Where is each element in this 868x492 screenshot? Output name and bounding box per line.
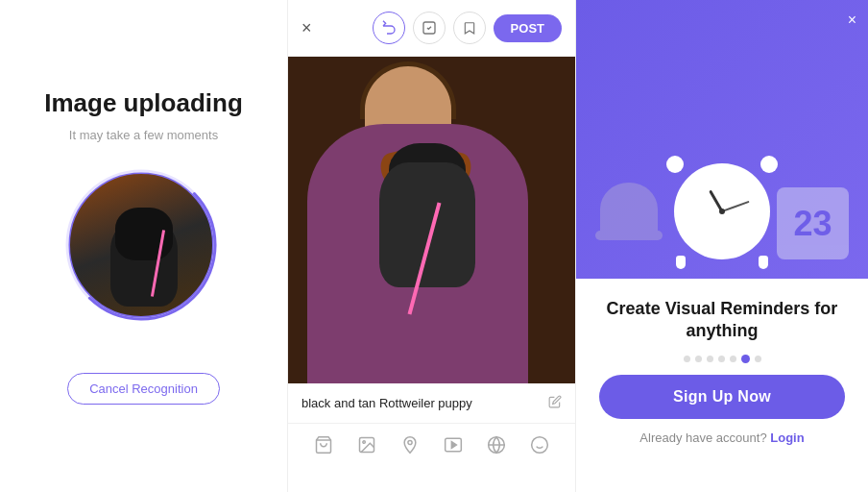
dot-3: [707, 356, 713, 362]
dot-5: [730, 356, 736, 362]
dot-1: [684, 356, 690, 362]
post-actions: [288, 424, 575, 471]
puppy-body: [379, 162, 475, 287]
login-prompt-text: Already have account?: [639, 430, 766, 445]
post-header: × POST: [288, 0, 575, 57]
cart-icon[interactable]: [314, 435, 333, 459]
signup-close-button[interactable]: ×: [848, 12, 856, 29]
image-icon[interactable]: [357, 435, 376, 459]
upload-title: Image uploading: [44, 88, 243, 118]
svg-point-11: [532, 437, 548, 454]
undo-button[interactable]: [373, 12, 405, 44]
signup-title: Create Visual Reminders for anything: [599, 298, 845, 343]
upload-subtitle: It may take a few moments: [69, 128, 218, 142]
clock-face: [684, 173, 760, 250]
globe-icon[interactable]: [487, 435, 506, 459]
dot-4: [718, 356, 725, 362]
dot-6-active: [741, 355, 750, 363]
bell-illustration: [595, 173, 663, 250]
clock-center-dot: [719, 209, 725, 214]
clock-bell-right: [760, 156, 778, 173]
svg-point-5: [363, 441, 366, 444]
upload-panel: Image uploading It may take a few moment…: [0, 0, 288, 492]
signup-button[interactable]: Sign Up Now: [599, 375, 845, 419]
caption-area: black and tan Rottweiler puppy: [288, 383, 575, 424]
face-icon[interactable]: [530, 435, 549, 459]
login-row: Already have account? Login: [639, 430, 804, 445]
bell-base: [595, 231, 663, 240]
edit-icon[interactable]: [548, 395, 562, 411]
svg-point-6: [408, 440, 412, 444]
clock-body: [674, 163, 770, 259]
signup-panel: × 23: [576, 0, 868, 492]
clock-illustration: [664, 154, 780, 269]
signup-content: Create Visual Reminders for anything Sig…: [576, 279, 868, 464]
dot-2: [695, 356, 702, 362]
close-button[interactable]: ×: [301, 18, 312, 38]
login-link[interactable]: Login: [770, 430, 804, 445]
clock-leg-left: [676, 256, 686, 269]
clock-minute-hand: [722, 201, 750, 212]
dot-7: [755, 356, 761, 362]
svg-marker-8: [451, 442, 456, 449]
post-button[interactable]: POST: [494, 14, 562, 42]
upload-progress-arc: [64, 168, 218, 322]
post-header-icons: POST: [373, 12, 562, 44]
calendar-illustration: 23: [777, 173, 854, 259]
play-icon[interactable]: [444, 435, 463, 459]
signup-hero: × 23: [576, 0, 868, 279]
post-photo: [288, 57, 575, 383]
clock-bell-left: [666, 156, 684, 173]
post-panel: × POST: [288, 0, 576, 492]
clock-leg-right: [759, 256, 768, 269]
location-icon[interactable]: [400, 435, 420, 459]
bell-shape: [600, 183, 658, 235]
cancel-recognition-button[interactable]: Cancel Recognition: [67, 373, 220, 405]
calendar-number: 23: [793, 204, 832, 244]
calendar-body: 23: [777, 187, 849, 259]
check-button[interactable]: [413, 12, 446, 44]
bookmark-button[interactable]: [453, 12, 486, 44]
pagination-dots: [684, 355, 761, 363]
upload-image-container: [67, 171, 221, 325]
caption-text: black and tan Rottweiler puppy: [301, 396, 472, 410]
